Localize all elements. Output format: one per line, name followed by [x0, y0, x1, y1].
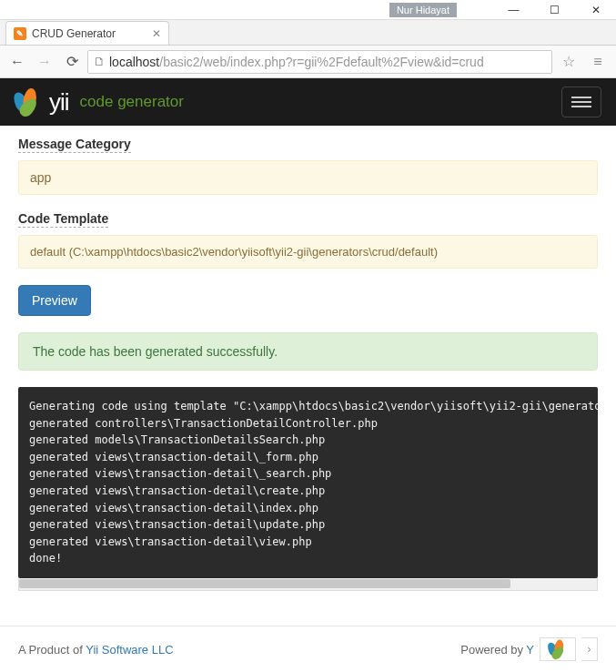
message-category-value: app [18, 160, 598, 195]
yii-logo-icon [15, 88, 42, 116]
forward-button[interactable]: → [33, 50, 56, 74]
window-close-button[interactable]: ✕ [575, 0, 616, 19]
scrollbar-thumb[interactable] [19, 579, 510, 588]
field-code-template: Code Template default (C:\xampp\htdocs\b… [18, 211, 598, 269]
field-message-category: Message Category app [18, 137, 598, 195]
url-path: /basic2/web/index.php?r=gii%2Fdefault%2F… [159, 55, 483, 69]
brand[interactable]: yii code generator [15, 88, 184, 117]
main-content: Message Category app Code Template defau… [0, 126, 616, 591]
user-badge: Nur Hidayat [389, 3, 457, 17]
page-icon: 🗋 [94, 55, 106, 68]
footer-powered-prefix: Powered by [460, 643, 526, 657]
footer-product-link[interactable]: Yii Software LLC [86, 643, 173, 657]
success-alert: The code has been generated successfully… [18, 332, 598, 371]
browser-tabstrip: ✎ CRUD Generator ✕ [0, 20, 616, 46]
window-titlebar: Nur Hidayat — ☐ ✕ [0, 0, 616, 20]
address-bar[interactable]: 🗋 localhost/basic2/web/index.php?r=gii%2… [87, 50, 552, 74]
footer-powered-link[interactable]: Y [526, 643, 534, 657]
console-output-container: Generating code using template "C:\xampp… [18, 387, 598, 591]
browser-tab[interactable]: ✎ CRUD Generator ✕ [5, 21, 169, 45]
footer-chevron-right-icon[interactable]: › [581, 637, 598, 661]
nav-toggle-button[interactable] [561, 87, 601, 117]
console-output[interactable]: Generating code using template "C:\xampp… [18, 387, 598, 578]
preview-button[interactable]: Preview [18, 285, 91, 316]
brand-subtitle: code generator [80, 93, 184, 111]
horizontal-scrollbar[interactable] [18, 578, 598, 591]
footer-left: A Product of Yii Software LLC [18, 643, 174, 657]
footer-product-prefix: A Product of [18, 643, 86, 657]
app-navbar: yii code generator [0, 78, 616, 126]
url-host: localhost [109, 55, 159, 69]
yii-logo-icon [549, 640, 568, 659]
back-button[interactable]: ← [5, 50, 29, 74]
tab-close-icon[interactable]: ✕ [152, 27, 161, 40]
brand-name: yii [49, 88, 69, 117]
window-minimize-button[interactable]: — [493, 0, 534, 19]
message-category-label: Message Category [18, 137, 131, 153]
window-maximize-button[interactable]: ☐ [534, 0, 575, 19]
footer: A Product of Yii Software LLC Powered by… [0, 626, 616, 672]
reload-button[interactable]: ⟳ [60, 50, 84, 74]
footer-right: Powered by Y › [460, 637, 598, 661]
code-template-label: Code Template [18, 211, 108, 228]
bookmark-star-icon[interactable]: ☆ [556, 50, 581, 74]
code-template-value: default (C:\xampp\htdocs\basic2\vendor\y… [18, 235, 598, 269]
browser-toolbar: ← → ⟳ 🗋 localhost/basic2/web/index.php?r… [0, 46, 616, 78]
tab-title: CRUD Generator [32, 27, 146, 40]
browser-menu-icon[interactable]: ≡ [585, 50, 611, 74]
footer-yii-logo[interactable] [540, 637, 576, 661]
tab-favicon: ✎ [14, 27, 26, 40]
